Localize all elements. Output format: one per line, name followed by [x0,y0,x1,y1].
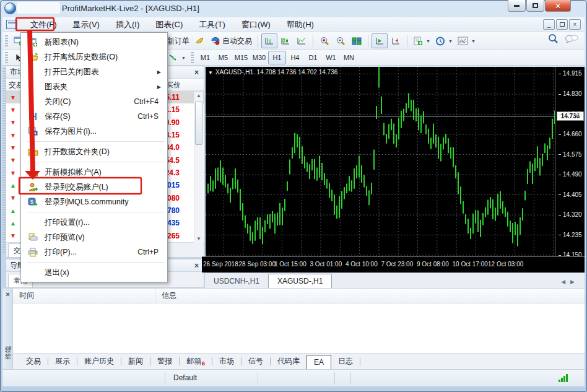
zoom-out-button[interactable] [333,33,349,48]
menu-item-open-offline[interactable]: 打开离线历史数据(O) [21,50,167,64]
menu-item-exit[interactable]: 退出(x) [21,265,167,280]
timeframe-d1[interactable]: D1 [304,51,322,64]
dropdown-arrow-icon: ▼ [448,39,453,43]
menu-item-login-trade-account[interactable]: 登录到交易账户(L) [21,180,167,194]
chart-plot[interactable]: ▼XAGUSD-,H1. 14.708 14.736 14.702 14.736 [206,67,555,256]
tab-account-history[interactable]: 账户历史 [77,354,121,368]
market-watch-close-icon[interactable]: × [192,68,201,77]
timeframe-m1[interactable]: M1 [196,51,214,64]
tab-market[interactable]: 市场 [212,354,241,368]
autotrading-button[interactable]: 自动交易 [208,33,254,48]
menu-item-new-chart[interactable]: 新图表(N) [21,35,167,50]
timeframe-mn[interactable]: MN [340,51,358,64]
chart-shift-icon [391,37,401,45]
chart-shift-button[interactable] [388,33,404,48]
new-order-button[interactable]: 新订单 [165,33,192,48]
menu-item-print-setup[interactable]: 打印设置(r)... [21,215,167,230]
menu-charts[interactable]: 图表(C) [147,17,191,33]
maximize-button[interactable] [526,0,544,12]
mailbox-badge: 6 [202,360,205,367]
market-watch-scrollbar[interactable]: ▲ ▼ [194,92,203,243]
menu-item-open-deleted[interactable]: 打开已关闭图表 ▶ [21,64,167,79]
tile-windows-button[interactable] [349,33,365,48]
tab-alerts[interactable]: 警报 [150,354,179,368]
chart-menu-arrow-icon[interactable]: ▼ [208,70,213,76]
tab-scroll-arrows[interactable]: ◀▶ [561,279,580,285]
toolbar-grip[interactable] [5,52,8,63]
scroll-down-icon[interactable]: ▼ [194,236,203,242]
periods-button[interactable]: ▼ [433,33,455,48]
menu-item-print[interactable]: 打印(P)... Ctrl+P [21,245,167,259]
menu-view[interactable]: 显示(V) [65,17,108,33]
search-icon[interactable] [548,33,559,44]
timeframe-h1[interactable]: H1 [268,51,286,64]
application-window: ProfitMarketHK-Live2 - [XAGUSD-,H1] × 文件… [0,0,587,392]
bar-chart-type-button[interactable] [261,33,277,48]
tab-code-base[interactable]: 代码库 [271,354,307,368]
submenu-arrow-icon: ▶ [157,84,161,90]
menu-item-print-preview[interactable]: 打印预览(v) [21,230,167,245]
terminal-header: 时间 信息 [13,289,585,303]
scroll-up-icon[interactable]: ▲ [194,93,203,98]
tab-mailbox[interactable]: 邮箱6 [180,354,212,368]
timeframe-w1[interactable]: W1 [322,51,340,64]
column-message[interactable]: 信息 [155,290,176,301]
column-time[interactable]: 时间 [13,289,155,303]
minimize-button[interactable] [508,0,526,12]
tab-ea[interactable]: EA [307,355,331,370]
candlestick-type-button[interactable] [277,33,294,48]
file-menu-popup: 新图表(N) 打开离线历史数据(O) 打开已关闭图表 ▶ 图表夹 ▶ 关闭(C)… [20,32,168,282]
status-profile[interactable]: Default [173,373,197,382]
tab-news[interactable]: 新闻 [121,354,150,368]
title-bar[interactable]: ProfitMarketHK-Live2 - [XAGUSD-,H1] × [0,0,587,17]
menu-help[interactable]: 帮助(H) [279,17,322,33]
templates-button[interactable]: ▼ [455,33,478,48]
tab-exposure[interactable]: 展示 [48,354,77,368]
tab-trade[interactable]: 交易 [19,354,48,368]
template-icon [458,37,468,45]
chat-icon[interactable] [565,34,578,44]
navigator-close-icon[interactable]: × [192,261,201,270]
terminal-side-strip: × 终端 [2,289,13,369]
trend-up-icon: ▲ [6,207,20,214]
menu-window[interactable]: 窗口(W) [233,17,279,33]
timeframe-m5[interactable]: M5 [214,51,232,64]
auto-scroll-button[interactable] [372,33,388,48]
candle-bars [206,67,555,256]
toolbar-grip[interactable] [191,52,194,63]
menu-insert[interactable]: 插入(I) [108,17,147,33]
toolbar-grip[interactable] [5,35,8,46]
sound-button[interactable] [192,33,208,48]
app-logo-icon [4,2,16,14]
tab-signals[interactable]: 信号 [241,354,270,368]
price-axis[interactable]: 14.736 14.91514.83014.74514.66014.57514.… [555,67,585,256]
line-chart-type-button[interactable] [294,33,310,48]
chart-tab-usdcnh[interactable]: USDCNH-,H1 [205,274,268,288]
menu-file[interactable]: 文件(F) [22,17,65,33]
menu-bar: 文件(F) 显示(V) 插入(I) 图表(C) 工具(T) 窗口(W) 帮助(H… [2,17,585,32]
mdi-minimize-button[interactable]: _ [543,19,555,30]
scrollbar-thumb[interactable] [195,102,202,145]
menu-item-save[interactable]: 保存(S) Ctrl+S [21,109,167,124]
menu-item-profiles[interactable]: 图表夹 ▶ [21,79,167,94]
menu-item-save-as-picture[interactable]: 保存为图片(i)... [21,124,167,139]
chart-tab-xagusd[interactable]: XAGUSD-,H1 [268,274,332,288]
mdi-restore-button[interactable] [556,19,568,30]
timeframe-m30[interactable]: M30 [250,51,268,64]
tab-journal[interactable]: 日志 [331,354,360,368]
timeframe-h4[interactable]: H4 [286,51,304,64]
menu-item-open-demo-account[interactable]: 开新模拟帐户(A) [21,165,167,180]
close-button[interactable]: × [545,0,571,12]
menu-item-open-data-folder[interactable]: 打开数据文件夹(D) [21,144,167,159]
menu-tools[interactable]: 工具(T) [191,17,233,33]
arrows-tool-button[interactable]: ▼ [166,50,188,65]
indicators-button[interactable]: ▼ [411,33,433,48]
zoom-in-button[interactable] [316,33,333,48]
menu-item-close[interactable]: 关闭(C) Ctrl+F4 [21,94,167,109]
timeframe-m15[interactable]: M15 [232,51,250,64]
terminal-close-icon[interactable]: × [4,290,12,298]
add-indicator-icon [413,37,423,46]
mdi-close-button[interactable]: × [569,19,581,30]
time-axis[interactable]: 26 Sep 201828 Sep 03:001 Oct 15:003 Oct … [202,256,585,272]
menu-item-login-mql5[interactable]: 5 登录到MQL5.community [21,194,167,209]
